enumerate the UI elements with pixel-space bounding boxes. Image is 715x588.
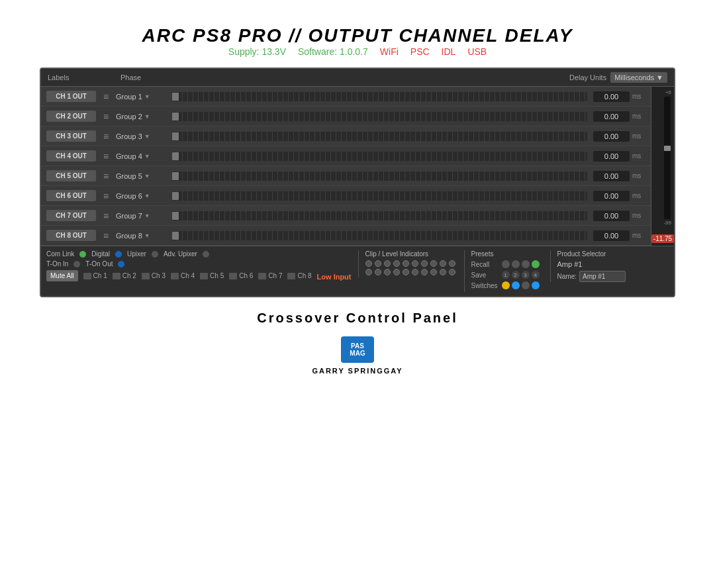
ch-value-6: 0.00 bbox=[593, 191, 630, 201]
labels-col-header: Labels bbox=[48, 74, 107, 81]
slider-handle-2[interactable] bbox=[172, 113, 179, 121]
slider-handle-1[interactable] bbox=[172, 93, 179, 101]
ch-group-6: Group 6 ▼ bbox=[116, 192, 169, 200]
group-dropdown-2[interactable]: ▼ bbox=[144, 113, 150, 120]
t-on-row: T-On In T-On Out bbox=[46, 260, 352, 268]
clip-dot bbox=[430, 260, 437, 267]
switch-dot-1[interactable] bbox=[502, 281, 510, 289]
ch-slider-8[interactable] bbox=[169, 231, 591, 240]
clip-dot bbox=[440, 269, 446, 275]
delay-units-label: Delay Units bbox=[569, 74, 606, 81]
group-dropdown-6[interactable]: ▼ bbox=[144, 193, 150, 199]
clip-dot bbox=[384, 260, 391, 267]
channel-row-3: CH 3 OUT ≡ Group 3 ▼ 0.00 ms bbox=[41, 126, 651, 146]
recall-dots bbox=[502, 260, 540, 268]
channel-row-1: CH 1 OUT ≡ Group 1 ▼ 0.00 ms bbox=[41, 87, 651, 107]
ch-value-2: 0.00 bbox=[593, 111, 630, 122]
slider-dots-4 bbox=[172, 152, 587, 161]
recall-dot-4[interactable] bbox=[532, 260, 540, 268]
ch-label-2: CH 2 OUT bbox=[46, 111, 96, 122]
clip-grid-row2 bbox=[365, 269, 457, 275]
ch-phase-3[interactable]: ≡ bbox=[99, 131, 113, 142]
clip-dot bbox=[440, 260, 446, 267]
name-label: Name: bbox=[557, 273, 577, 280]
clip-dot bbox=[412, 260, 418, 267]
slider-handle-5[interactable] bbox=[172, 172, 179, 180]
clip-dot bbox=[384, 269, 391, 275]
name-input[interactable] bbox=[579, 271, 626, 282]
slider-track-1[interactable] bbox=[172, 92, 587, 101]
adv-upixer-label: Adv. Upixer bbox=[164, 250, 197, 258]
save-label: Save bbox=[471, 271, 498, 279]
slider-track-5[interactable] bbox=[172, 172, 587, 181]
outer-container: ARC PS8 PRO // OUTPUT CHANNEL DELAY Supp… bbox=[40, 13, 675, 375]
ch-phase-2[interactable]: ≡ bbox=[99, 111, 113, 122]
ch-phase-8[interactable]: ≡ bbox=[99, 230, 113, 241]
slider-handle-8[interactable] bbox=[172, 232, 179, 240]
header: ARC PS8 PRO // OUTPUT CHANNEL DELAY Supp… bbox=[40, 13, 675, 68]
group-dropdown-7[interactable]: ▼ bbox=[144, 213, 150, 219]
slider-handle-7[interactable] bbox=[172, 212, 179, 220]
save-dot-3[interactable]: 3 bbox=[522, 271, 530, 279]
clip-dot bbox=[403, 269, 409, 275]
phase-col-header: Phase bbox=[120, 74, 160, 81]
slider-track-3[interactable] bbox=[172, 132, 587, 141]
ch1-color bbox=[83, 273, 91, 279]
channel-row-2: CH 2 OUT ≡ Group 2 ▼ 0.00 ms bbox=[41, 107, 651, 126]
ch-slider-4[interactable] bbox=[169, 152, 591, 161]
ch-value-7: 0.00 bbox=[593, 211, 630, 221]
ch-label-5: CH 5 OUT bbox=[46, 170, 96, 181]
slider-handle-4[interactable] bbox=[172, 152, 179, 160]
digital-dot bbox=[115, 251, 122, 258]
ch-slider-5[interactable] bbox=[169, 172, 591, 181]
milliseconds-selector[interactable]: Milliseconds ▼ bbox=[610, 72, 667, 83]
group-dropdown-1[interactable]: ▼ bbox=[144, 93, 150, 100]
ch-slider-2[interactable] bbox=[169, 112, 591, 121]
ch-phase-5[interactable]: ≡ bbox=[99, 171, 113, 181]
group-dropdown-8[interactable]: ▼ bbox=[144, 232, 150, 239]
slider-track-4[interactable] bbox=[172, 152, 587, 161]
digital-label: Digital bbox=[91, 250, 110, 258]
ch-phase-4[interactable]: ≡ bbox=[99, 151, 113, 162]
save-dot-2[interactable]: 2 bbox=[512, 271, 520, 279]
save-dot-1[interactable]: 1 bbox=[502, 271, 510, 279]
phase-icon-1: ≡ bbox=[103, 91, 109, 102]
slider-track-7[interactable] bbox=[172, 211, 587, 220]
recall-dot-1[interactable] bbox=[502, 260, 510, 268]
ch-value-1: 0.00 bbox=[593, 91, 630, 102]
ch-slider-1[interactable] bbox=[169, 92, 591, 101]
slider-track-6[interactable] bbox=[172, 191, 587, 201]
panel-top-bar: Labels Phase Delay Units Milliseconds ▼ bbox=[41, 69, 674, 87]
vu-thumb bbox=[664, 146, 671, 151]
ch-phase-1[interactable]: ≡ bbox=[99, 91, 113, 102]
switch-dot-2[interactable] bbox=[512, 281, 520, 289]
channel-row-5: CH 5 OUT ≡ Group 5 ▼ 0.00 ms bbox=[41, 166, 651, 186]
ch8-color bbox=[287, 273, 295, 279]
ch-unit-4: ms bbox=[632, 152, 645, 160]
slider-dots-1 bbox=[172, 92, 587, 101]
channel-row-7: CH 7 OUT ≡ Group 7 ▼ 0.00 ms bbox=[41, 206, 651, 226]
slider-handle-6[interactable] bbox=[172, 192, 179, 200]
mute-all-button[interactable]: Mute All bbox=[46, 270, 78, 281]
group-dropdown-3[interactable]: ▼ bbox=[144, 133, 150, 140]
ch-phase-7[interactable]: ≡ bbox=[99, 211, 113, 221]
vu-slider-area[interactable] bbox=[664, 97, 671, 219]
ch-slider-3[interactable] bbox=[169, 132, 591, 141]
ch-slider-7[interactable] bbox=[169, 211, 591, 220]
recall-dot-2[interactable] bbox=[512, 260, 520, 268]
slider-track-2[interactable] bbox=[172, 112, 587, 121]
logo-box: PAS MAG bbox=[341, 336, 374, 363]
ch-slider-6[interactable] bbox=[169, 191, 591, 201]
main-title: ARC PS8 PRO // OUTPUT CHANNEL DELAY bbox=[40, 25, 675, 46]
slider-track-8[interactable] bbox=[172, 231, 587, 240]
slider-dots-2 bbox=[172, 112, 587, 121]
group-dropdown-4[interactable]: ▼ bbox=[144, 153, 150, 160]
ch-phase-6[interactable]: ≡ bbox=[99, 191, 113, 201]
switch-dot-3[interactable] bbox=[522, 281, 530, 289]
group-dropdown-5[interactable]: ▼ bbox=[144, 173, 150, 179]
switch-dot-4[interactable] bbox=[532, 281, 540, 289]
recall-dot-3[interactable] bbox=[522, 260, 530, 268]
slider-handle-3[interactable] bbox=[172, 132, 179, 140]
phase-icon-3: ≡ bbox=[103, 131, 109, 142]
save-dot-4[interactable]: 4 bbox=[532, 271, 540, 279]
